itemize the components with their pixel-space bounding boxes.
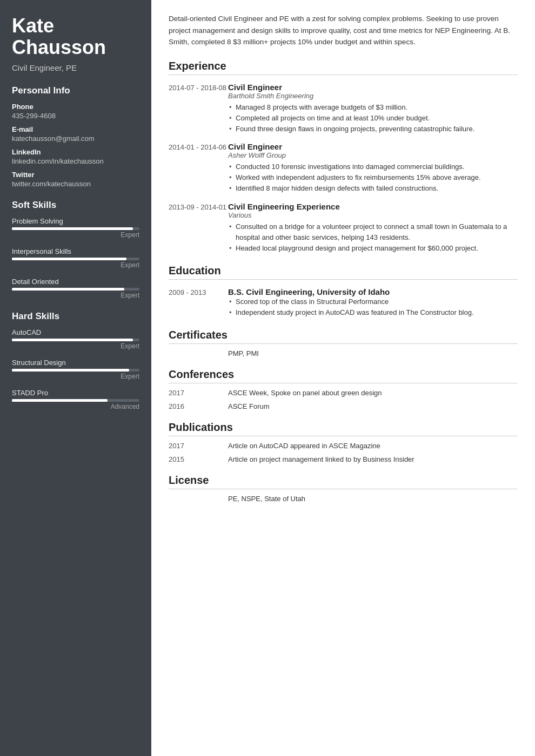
skill-bar-bg (12, 227, 139, 230)
skill-level: Expert (12, 373, 139, 380)
summary-text: Detail-oriented Civil Engineer and PE wi… (169, 13, 518, 48)
entry-role: Civil Engineer (228, 83, 518, 92)
simple-text: ASCE Week, Spoke on panel about green de… (228, 389, 518, 397)
bullet: Worked with independent adjusters to fix… (228, 172, 518, 183)
simple-entry: PMP, PMI (169, 349, 518, 357)
entry-content: Civil Engineer Asher Wolff Group Conduct… (228, 142, 518, 194)
simple-entry: 2017 Article on AutoCAD appeared in ASCE… (169, 442, 518, 450)
skill-item: Problem Solving Expert (12, 217, 139, 239)
bullet: Headed local playground design and proje… (228, 243, 518, 254)
linkedin-label: LinkedIn (12, 148, 139, 156)
simple-date (169, 349, 228, 357)
entry-role: B.S. Civil Engineering, University of Id… (228, 287, 518, 296)
simple-entry: PE, NSPE, State of Utah (169, 495, 518, 503)
license-entries: PE, NSPE, State of Utah (169, 495, 518, 503)
linkedin-value: linkedin.com/in/katechausson (12, 157, 139, 165)
twitter-block: Twitter twitter.com/katechausson (12, 171, 139, 188)
entry-bullets: Conducted 10 forensic investigations int… (228, 161, 518, 194)
bullet: Conducted 10 forensic investigations int… (228, 161, 518, 172)
simple-text: ASCE Forum (228, 402, 518, 410)
simple-entry: 2016 ASCE Forum (169, 402, 518, 410)
skill-item: Interpersonal Skills Expert (12, 247, 139, 269)
skill-level: Expert (12, 292, 139, 299)
skill-level: Expert (12, 261, 139, 269)
publications-heading: Publications (169, 421, 518, 436)
skill-bar-fill (12, 399, 108, 402)
experience-section: Experience 2014-07 - 2018-08 Civil Engin… (169, 60, 518, 254)
entry: 2013-09 - 2014-01 Civil Engineering Expe… (169, 202, 518, 254)
license-section: License PE, NSPE, State of Utah (169, 474, 518, 503)
simple-entry: 2015 Article on project management linke… (169, 455, 518, 463)
email-block: E-mail katechausson@gmail.com (12, 125, 139, 143)
email-label: E-mail (12, 125, 139, 133)
entry-bullets: Consulted on a bridge for a volunteer pr… (228, 221, 518, 254)
phone-value: 435-299-4608 (12, 112, 139, 120)
skill-bar-bg (12, 369, 139, 372)
bullet: Scored top of the class in Structural Pe… (228, 296, 518, 307)
skill-level: Expert (12, 342, 139, 350)
publications-section: Publications 2017 Article on AutoCAD app… (169, 421, 518, 463)
bullet: Identified 8 major hidden design defects… (228, 183, 518, 194)
bullet: Found three design flaws in ongoing proj… (228, 124, 518, 134)
experience-heading: Experience (169, 60, 518, 75)
simple-text: Article on AutoCAD appeared in ASCE Maga… (228, 442, 518, 450)
skill-bar-bg (12, 288, 139, 291)
skill-bar-fill (12, 288, 124, 291)
entry-role: Civil Engineering Experience (228, 202, 518, 211)
hard-skills-list: AutoCAD Expert Structural Design Expert … (12, 328, 139, 410)
bullet: Managed 8 projects with average budgets … (228, 102, 518, 113)
phone-block: Phone 435-299-4608 (12, 103, 139, 120)
entry-company: Asher Wolff Group (228, 151, 518, 159)
entry-date: 2014-07 - 2018-08 (169, 83, 228, 134)
twitter-label: Twitter (12, 171, 139, 179)
entry-bullets: Scored top of the class in Structural Pe… (228, 296, 518, 318)
hard-skills-heading: Hard Skills (12, 311, 139, 322)
skill-name: Problem Solving (12, 217, 139, 225)
skill-item: STADD Pro Advanced (12, 389, 139, 410)
bullet: Consulted on a bridge for a volunteer pr… (228, 221, 518, 243)
entry: 2014-07 - 2018-08 Civil Engineer Barthol… (169, 83, 518, 134)
skill-bar-fill (12, 369, 129, 372)
bullet: Completed all projects on time and at le… (228, 113, 518, 124)
personal-info-heading: Personal Info (12, 85, 139, 96)
publications-entries: 2017 Article on AutoCAD appeared in ASCE… (169, 442, 518, 463)
main-content: Detail-oriented Civil Engineer and PE wi… (151, 0, 535, 756)
skill-level: Advanced (12, 403, 139, 410)
certificates-heading: Certificates (169, 329, 518, 344)
skill-item: Detail Oriented Expert (12, 278, 139, 299)
entry-date: 2013-09 - 2014-01 (169, 202, 228, 254)
simple-text: PMP, PMI (228, 349, 518, 357)
entry-date: 2014-01 - 2014-06 (169, 142, 228, 194)
simple-date: 2017 (169, 442, 228, 450)
education-section: Education 2009 - 2013 B.S. Civil Enginee… (169, 265, 518, 318)
skill-bar-bg (12, 258, 139, 260)
simple-text: Article on project management linked to … (228, 455, 518, 463)
entry-company: Various (228, 211, 518, 219)
certificates-entries: PMP, PMI (169, 349, 518, 357)
skill-bar-bg (12, 399, 139, 402)
candidate-title: Civil Engineer, PE (12, 63, 139, 72)
simple-date: 2015 (169, 455, 228, 463)
soft-skills-list: Problem Solving Expert Interpersonal Ski… (12, 217, 139, 299)
simple-date: 2016 (169, 402, 228, 410)
education-heading: Education (169, 265, 518, 280)
education-entries: 2009 - 2013 B.S. Civil Engineering, Univ… (169, 287, 518, 318)
entry-content: Civil Engineering Experience Various Con… (228, 202, 518, 254)
skill-bar-fill (12, 227, 133, 230)
skill-bar-fill (12, 339, 133, 341)
skill-name: STADD Pro (12, 389, 139, 397)
conferences-entries: 2017 ASCE Week, Spoke on panel about gre… (169, 389, 518, 410)
certificates-section: Certificates PMP, PMI (169, 329, 518, 357)
entry: 2009 - 2013 B.S. Civil Engineering, Univ… (169, 287, 518, 318)
entry-date: 2009 - 2013 (169, 287, 228, 318)
entry-role: Civil Engineer (228, 142, 518, 151)
entry: 2014-01 - 2014-06 Civil Engineer Asher W… (169, 142, 518, 194)
experience-entries: 2014-07 - 2018-08 Civil Engineer Barthol… (169, 83, 518, 254)
skill-name: Interpersonal Skills (12, 247, 139, 255)
license-heading: License (169, 474, 518, 489)
simple-text: PE, NSPE, State of Utah (228, 495, 518, 503)
phone-label: Phone (12, 103, 139, 111)
candidate-name: Kate Chausson (12, 15, 139, 58)
twitter-value: twitter.com/katechausson (12, 180, 139, 188)
skill-item: AutoCAD Expert (12, 328, 139, 350)
